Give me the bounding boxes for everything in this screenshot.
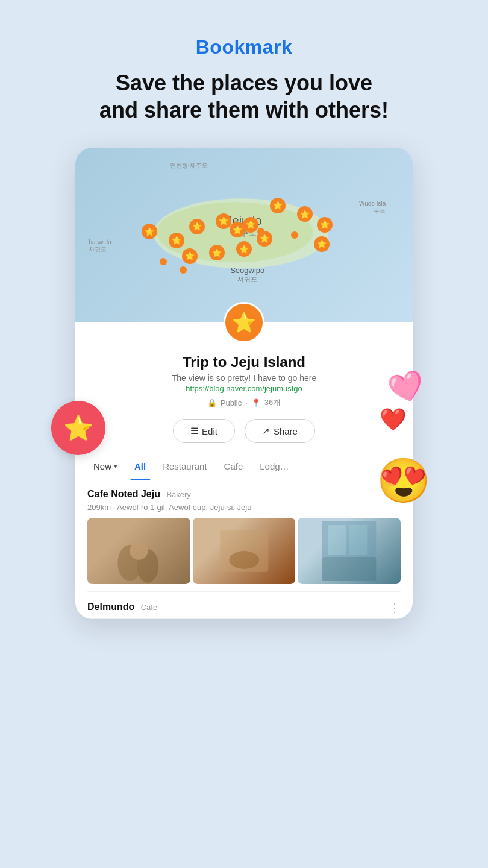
- list-item-header: Delmundo Cafe ⋮: [87, 602, 401, 614]
- map-pin-small-2: [180, 266, 187, 274]
- place-category: Cafe: [141, 603, 157, 612]
- tab-new[interactable]: New ▾: [85, 455, 126, 477]
- deco-star-badge: ⭐: [51, 401, 105, 455]
- svg-point-4: [130, 542, 148, 560]
- photo-strip: [87, 518, 401, 584]
- edit-icon: ☰: [190, 426, 198, 436]
- deco-heart-2: ❤️: [380, 407, 407, 432]
- place-list: Cafe Noted Jeju Bakery ⋮ 209km · Aewol-r…: [75, 479, 413, 619]
- tab-all[interactable]: All: [126, 454, 154, 479]
- trip-title: Trip to Jeju Island: [92, 354, 396, 371]
- svg-point-6: [229, 551, 259, 569]
- tab-cafe[interactable]: Cafe: [216, 454, 252, 479]
- photo-thumb-1: [87, 518, 190, 584]
- map-pin-small-4: [291, 231, 298, 239]
- visibility-label: Public: [221, 398, 242, 407]
- meta-dot: ·: [245, 398, 248, 407]
- share-icon: ↗: [262, 426, 270, 436]
- place-category: Bakery: [166, 490, 190, 499]
- map-pin-11: ⭐: [142, 224, 157, 239]
- place-name-area: Delmundo Cafe: [87, 602, 157, 612]
- map-label-seogwipo: Seogwipo 서귀포: [230, 266, 264, 284]
- list-item: Delmundo Cafe ⋮: [87, 592, 401, 619]
- map-pin-8: ⭐: [209, 245, 225, 260]
- tab-lodging[interactable]: Lodg…: [251, 454, 297, 479]
- star-icon: ⭐: [63, 414, 93, 442]
- list-item: Cafe Noted Jeju Bakery ⋮ 209km · Aewol-r…: [87, 479, 401, 592]
- map-pin-9: ⭐: [182, 248, 198, 264]
- tabs-row: New ▾ All Restaurant Cafe Lodg…: [75, 454, 413, 479]
- photo-thumb-2: [193, 518, 296, 584]
- edit-label: Edit: [202, 426, 217, 436]
- svg-rect-9: [328, 525, 346, 555]
- action-buttons: ☰ Edit ↗ Share: [75, 419, 413, 443]
- phone-card-wrapper: ⭐ 🩷 ❤️ 😍 인천항·제주도 Wudo Isla우도: [75, 148, 413, 619]
- place-name: Cafe Noted Jeju: [87, 489, 160, 499]
- lock-icon: 🔒: [207, 398, 217, 407]
- bookmark-star-icon: ⭐: [232, 311, 256, 334]
- map-pin-7: ⭐: [236, 241, 252, 257]
- map-pin-10: ⭐: [169, 233, 184, 248]
- map-pin-small-1: [160, 258, 167, 265]
- tab-new-label: New: [93, 461, 111, 471]
- more-icon[interactable]: ⋮: [389, 602, 401, 614]
- page-title: Bookmark: [196, 36, 293, 58]
- share-button[interactable]: ↗ Share: [245, 419, 315, 443]
- place-name: Delmundo: [87, 602, 134, 612]
- card-content: Trip to Jeju Island The view is so prett…: [75, 343, 413, 408]
- edit-button[interactable]: ☰ Edit: [173, 419, 235, 443]
- trip-desc: The view is so pretty! I have to go here: [92, 373, 396, 383]
- location-icon: 📍: [251, 398, 261, 407]
- map-label-wudo: Wudo Isla우도: [359, 200, 386, 215]
- bookmark-avatar: ⭐: [224, 302, 264, 343]
- map-pin-2: ⭐: [270, 198, 286, 213]
- list-item-header: Cafe Noted Jeju Bakery ⋮: [87, 489, 401, 501]
- map-pin-12: ⭐: [189, 219, 205, 234]
- map-area: 인천항·제주도 Wudo Isla우도 hagwido차귀도 Jejudo 제주…: [75, 148, 413, 322]
- map-pin-3: ⭐: [297, 206, 313, 222]
- share-label: Share: [274, 426, 298, 436]
- map-pin-small-3: [257, 228, 264, 235]
- trip-link[interactable]: https://blog.naver.com/jejumustgo: [186, 384, 302, 393]
- chevron-down-icon: ▾: [114, 462, 117, 470]
- tab-restaurant[interactable]: Restaurant: [154, 454, 215, 479]
- map-pin-1: ⭐: [216, 213, 231, 229]
- map-pin-5: ⭐: [314, 236, 330, 252]
- svg-rect-8: [322, 557, 377, 581]
- svg-rect-10: [349, 525, 368, 555]
- map-label-hagwido: hagwido차귀도: [89, 239, 111, 254]
- trip-meta: 🔒 Public · 📍 36개: [92, 397, 396, 408]
- map-pin-14: ⭐: [243, 217, 258, 233]
- tagline: Save the places you love and share them …: [99, 69, 389, 124]
- map-label-incheon: 인천항·제주도: [170, 162, 208, 170]
- place-count: 36개: [264, 397, 281, 408]
- photo-thumb-3: [298, 518, 401, 584]
- phone-card: 인천항·제주도 Wudo Isla우도 hagwido차귀도 Jejudo 제주…: [75, 148, 413, 619]
- deco-emoji: 😍: [377, 455, 431, 506]
- map-pin-4: ⭐: [317, 217, 333, 233]
- place-address: 209km · Aewol-ro 1-gil, Aewol-eup, Jeju-…: [87, 503, 401, 512]
- place-name-area: Cafe Noted Jeju Bakery: [87, 489, 191, 500]
